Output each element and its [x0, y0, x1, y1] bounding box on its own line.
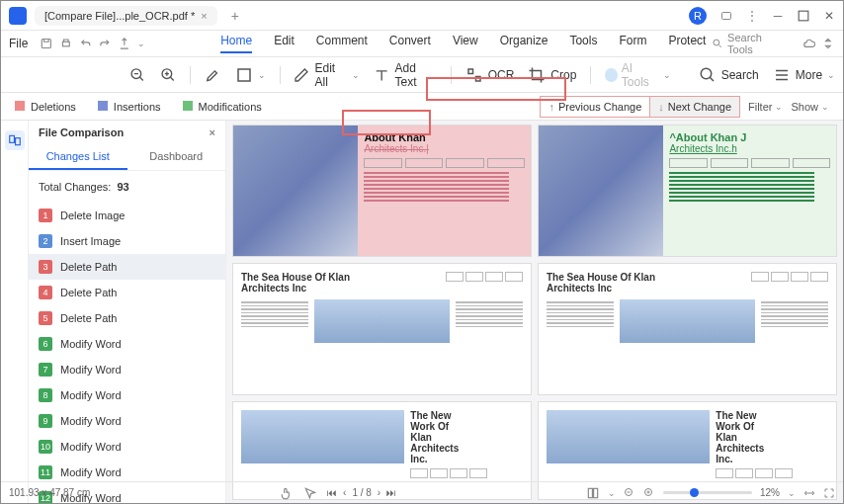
cloud-icon[interactable] [802, 37, 816, 50]
svg-rect-0 [722, 12, 731, 19]
zoom-in-icon[interactable] [160, 66, 177, 84]
new-tab-button[interactable]: + [231, 8, 239, 24]
change-number: 4 [39, 286, 52, 299]
change-item[interactable]: 3Delete Path [29, 254, 225, 280]
ocr-button[interactable]: OCR [465, 66, 515, 84]
change-label: Modify Word [60, 389, 122, 401]
change-label: Delete Path [60, 287, 117, 298]
message-icon[interactable] [720, 10, 732, 22]
change-label: Insert Image [60, 235, 121, 247]
minimize-icon[interactable]: ─ [772, 10, 784, 22]
page-left-2[interactable]: The Sea House Of Klan Architects Inc [232, 263, 532, 395]
menu-edit[interactable]: Edit [274, 34, 295, 53]
total-changes: Total Changes:93 [29, 171, 225, 203]
undo-icon[interactable] [79, 37, 93, 50]
zoom-slider[interactable] [663, 491, 752, 494]
fit-width-icon[interactable] [803, 487, 815, 499]
legend-deletions: Deletions [15, 101, 76, 113]
print-icon[interactable] [59, 37, 73, 50]
change-list[interactable]: 1Delete Image2Insert Image3Delete Path4D… [29, 203, 225, 504]
zoom-out-icon[interactable] [129, 66, 146, 84]
expand-icon[interactable] [821, 37, 835, 50]
close-window-icon[interactable]: ✕ [823, 10, 835, 22]
change-item[interactable]: 1Delete Image [29, 203, 225, 228]
change-number: 8 [39, 388, 52, 402]
menu-form[interactable]: Form [619, 34, 646, 53]
change-label: Delete Image [60, 210, 125, 221]
last-page-icon[interactable]: ⏭ [386, 487, 396, 498]
svg-rect-7 [238, 69, 250, 81]
document-view[interactable]: About Khan Architects Inc.| ^About Khan … [226, 121, 843, 504]
change-item[interactable]: 6Modify Word [29, 331, 225, 357]
layout-icon[interactable] [586, 486, 600, 500]
previous-change-button[interactable]: ↑Previous Change [540, 96, 649, 118]
page-left-1[interactable]: About Khan Architects Inc.| [232, 125, 532, 257]
save-icon[interactable] [40, 37, 53, 50]
file-menu[interactable]: File [9, 37, 28, 50]
change-item[interactable]: 2Insert Image [29, 228, 225, 254]
redo-icon[interactable] [98, 37, 112, 50]
menu-organize[interactable]: Organize [500, 34, 549, 53]
menu-convert[interactable]: Convert [389, 34, 431, 53]
next-page-icon[interactable]: › [378, 487, 380, 498]
shape-tool[interactable]: ⌄ [235, 66, 266, 84]
menu-view[interactable]: View [453, 34, 478, 53]
menu-tools[interactable]: Tools [569, 34, 597, 53]
menu-comment[interactable]: Comment [316, 34, 368, 53]
search-button[interactable]: Search [699, 66, 759, 84]
square-icon [235, 66, 253, 84]
change-item[interactable]: 7Modify Word [29, 357, 225, 382]
maximize-icon[interactable] [798, 10, 809, 22]
svg-rect-12 [15, 138, 20, 145]
panel-close-icon[interactable]: × [210, 126, 215, 138]
svg-point-10 [701, 68, 712, 79]
close-tab-icon[interactable]: × [201, 10, 207, 22]
hand-icon[interactable] [280, 486, 294, 500]
page-right-1[interactable]: ^About Khan J Architects Inc.h [538, 125, 837, 257]
search-tools[interactable]: Search Tools [712, 32, 788, 55]
svg-point-4 [714, 40, 719, 45]
document-tab[interactable]: [Compare File]...ple_OCR.pdf * × [35, 6, 217, 26]
menu-home[interactable]: Home [220, 34, 252, 53]
change-item[interactable]: 8Modify Word [29, 382, 225, 408]
crop-button[interactable]: Crop [528, 66, 576, 84]
svg-rect-11 [9, 135, 14, 142]
highlight-icon[interactable] [205, 66, 221, 84]
ocr-icon [465, 66, 483, 84]
tab-dashboard[interactable]: Dashboard [127, 144, 226, 170]
change-item[interactable]: 10Modify Word [29, 434, 225, 460]
user-avatar[interactable]: R [689, 7, 707, 25]
filter-dropdown[interactable]: Filter⌄ [748, 101, 783, 113]
add-text-button[interactable]: Add Text [374, 61, 437, 89]
change-number: 7 [39, 363, 52, 377]
select-icon[interactable] [303, 486, 317, 500]
menu-protect[interactable]: Protect [668, 34, 706, 53]
change-item[interactable]: 4Delete Path [29, 280, 225, 305]
change-number: 11 [39, 465, 52, 479]
panel-title: File Comparison [39, 126, 124, 138]
change-item[interactable]: 5Delete Path [29, 305, 225, 331]
prev-page-icon[interactable]: ‹ [343, 487, 346, 498]
zoom-in-small-icon[interactable] [643, 487, 655, 499]
fullscreen-icon[interactable] [823, 487, 835, 499]
menu-dots-icon[interactable]: ⋮ [746, 10, 758, 22]
ai-tools-button[interactable]: AI Tools⌄ [605, 61, 670, 89]
svg-rect-14 [594, 488, 598, 497]
more-button[interactable]: More⌄ [773, 66, 835, 84]
search-icon [699, 66, 717, 84]
edit-all-button[interactable]: Edit All⌄ [294, 61, 360, 89]
compare-icon[interactable] [5, 130, 25, 150]
change-number: 5 [39, 311, 52, 325]
first-page-icon[interactable]: ⏮ [327, 487, 337, 498]
page-right-2[interactable]: The Sea House Of Klan Architects Inc [538, 263, 837, 395]
quick-access-more[interactable]: ⌄ [137, 39, 145, 48]
next-change-button[interactable]: ↓Next Change [649, 96, 740, 118]
legend-row: Deletions Insertions Modifications ↑Prev… [1, 93, 843, 121]
tab-changes-list[interactable]: Changes List [29, 144, 127, 170]
share-icon[interactable] [118, 37, 131, 50]
svg-rect-9 [475, 76, 480, 81]
search-icon [712, 38, 723, 49]
show-dropdown[interactable]: Show⌄ [791, 101, 829, 113]
change-item[interactable]: 9Modify Word [29, 408, 225, 434]
zoom-out-small-icon[interactable] [624, 487, 635, 499]
